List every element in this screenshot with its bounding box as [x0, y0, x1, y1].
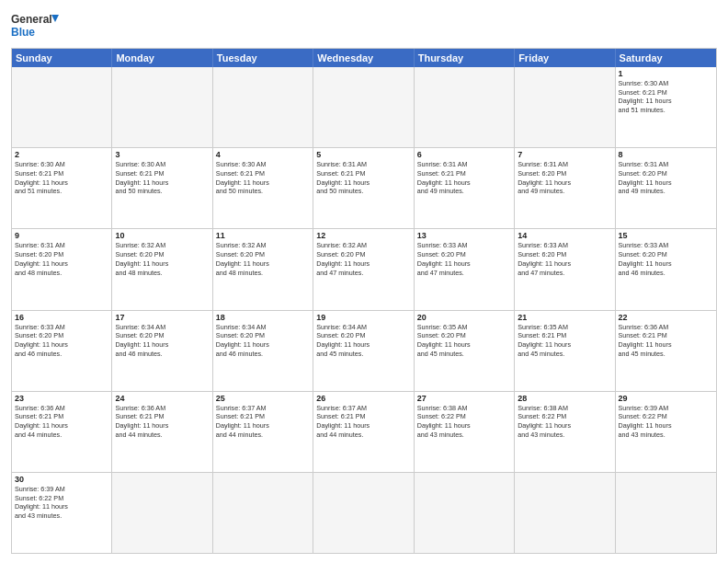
calendar-body: 1Sunrise: 6:30 AM Sunset: 6:21 PM Daylig…: [12, 67, 716, 553]
day-number: 7: [518, 150, 611, 159]
cal-week-4: 23Sunrise: 6:36 AM Sunset: 6:21 PM Dayli…: [12, 391, 716, 472]
cal-cell-day-4: 4Sunrise: 6:30 AM Sunset: 6:21 PM Daylig…: [213, 148, 313, 228]
cal-cell-day-28: 28Sunrise: 6:38 AM Sunset: 6:22 PM Dayli…: [515, 392, 615, 472]
cal-header-day-thursday: Thursday: [415, 49, 515, 67]
cell-info: Sunrise: 6:33 AM Sunset: 6:20 PM Dayligh…: [518, 241, 611, 277]
cell-info: Sunrise: 6:36 AM Sunset: 6:21 PM Dayligh…: [619, 323, 713, 359]
cal-cell-day-18: 18Sunrise: 6:34 AM Sunset: 6:20 PM Dayli…: [213, 311, 313, 391]
day-number: 24: [115, 394, 209, 403]
cal-cell-day-25: 25Sunrise: 6:37 AM Sunset: 6:21 PM Dayli…: [213, 392, 313, 472]
cal-week-3: 16Sunrise: 6:33 AM Sunset: 6:20 PM Dayli…: [12, 310, 716, 391]
day-number: 12: [316, 231, 410, 240]
cell-info: Sunrise: 6:33 AM Sunset: 6:20 PM Dayligh…: [417, 241, 511, 277]
cal-cell-empty: [112, 473, 212, 553]
cal-cell-day-10: 10Sunrise: 6:32 AM Sunset: 6:20 PM Dayli…: [112, 229, 212, 309]
cal-cell-empty: [313, 473, 414, 553]
cell-info: Sunrise: 6:36 AM Sunset: 6:21 PM Dayligh…: [15, 404, 108, 440]
day-number: 15: [619, 231, 713, 240]
calendar-header: SundayMondayTuesdayWednesdayThursdayFrid…: [12, 49, 716, 67]
cal-header-day-friday: Friday: [515, 49, 615, 67]
day-number: 26: [316, 394, 410, 403]
day-number: 21: [518, 313, 611, 322]
cell-info: Sunrise: 6:31 AM Sunset: 6:20 PM Dayligh…: [15, 241, 108, 277]
cal-cell-day-22: 22Sunrise: 6:36 AM Sunset: 6:21 PM Dayli…: [616, 311, 716, 391]
day-number: 14: [518, 231, 611, 240]
day-number: 23: [15, 394, 108, 403]
cell-info: Sunrise: 6:30 AM Sunset: 6:21 PM Dayligh…: [216, 160, 310, 196]
day-number: 18: [216, 313, 310, 322]
cal-header-day-saturday: Saturday: [616, 49, 716, 67]
cal-cell-day-2: 2Sunrise: 6:30 AM Sunset: 6:21 PM Daylig…: [12, 148, 112, 228]
calendar: SundayMondayTuesdayWednesdayThursdayFrid…: [11, 48, 717, 554]
cal-week-1: 2Sunrise: 6:30 AM Sunset: 6:21 PM Daylig…: [12, 147, 716, 228]
day-number: 3: [115, 150, 209, 159]
cell-info: Sunrise: 6:30 AM Sunset: 6:21 PM Dayligh…: [115, 160, 209, 196]
day-number: 16: [15, 313, 108, 322]
svg-text:General: General: [11, 13, 52, 26]
cal-cell-day-9: 9Sunrise: 6:31 AM Sunset: 6:20 PM Daylig…: [12, 229, 112, 309]
cell-info: Sunrise: 6:32 AM Sunset: 6:20 PM Dayligh…: [115, 241, 209, 277]
cell-info: Sunrise: 6:34 AM Sunset: 6:20 PM Dayligh…: [115, 323, 209, 359]
day-number: 30: [15, 475, 108, 484]
cell-info: Sunrise: 6:38 AM Sunset: 6:22 PM Dayligh…: [518, 404, 611, 440]
cal-cell-day-23: 23Sunrise: 6:36 AM Sunset: 6:21 PM Dayli…: [12, 392, 112, 472]
day-number: 20: [417, 313, 511, 322]
cell-info: Sunrise: 6:31 AM Sunset: 6:21 PM Dayligh…: [417, 160, 511, 196]
cal-header-day-sunday: Sunday: [12, 49, 112, 67]
day-number: 27: [417, 394, 511, 403]
day-number: 10: [115, 231, 209, 240]
cal-header-day-monday: Monday: [112, 49, 212, 67]
cal-cell-empty: [515, 67, 615, 147]
cal-cell-day-19: 19Sunrise: 6:34 AM Sunset: 6:20 PM Dayli…: [313, 311, 414, 391]
day-number: 5: [316, 150, 410, 159]
cell-info: Sunrise: 6:37 AM Sunset: 6:21 PM Dayligh…: [316, 404, 410, 440]
cell-info: Sunrise: 6:34 AM Sunset: 6:20 PM Dayligh…: [216, 323, 310, 359]
cal-cell-day-1: 1Sunrise: 6:30 AM Sunset: 6:21 PM Daylig…: [616, 67, 716, 147]
cal-cell-empty: [415, 67, 515, 147]
cal-cell-day-14: 14Sunrise: 6:33 AM Sunset: 6:20 PM Dayli…: [515, 229, 615, 309]
day-number: 2: [15, 150, 108, 159]
page: General Blue SundayMondayTuesdayWednesda…: [0, 0, 728, 563]
cal-cell-day-27: 27Sunrise: 6:38 AM Sunset: 6:22 PM Dayli…: [415, 392, 515, 472]
day-number: 4: [216, 150, 310, 159]
day-number: 9: [15, 231, 108, 240]
day-number: 22: [619, 313, 713, 322]
logo-svg: General Blue: [11, 9, 59, 42]
cal-cell-day-29: 29Sunrise: 6:39 AM Sunset: 6:22 PM Dayli…: [616, 392, 716, 472]
cell-info: Sunrise: 6:32 AM Sunset: 6:20 PM Dayligh…: [216, 241, 310, 277]
day-number: 25: [216, 394, 310, 403]
cal-cell-day-16: 16Sunrise: 6:33 AM Sunset: 6:20 PM Dayli…: [12, 311, 112, 391]
cal-cell-day-5: 5Sunrise: 6:31 AM Sunset: 6:21 PM Daylig…: [313, 148, 414, 228]
day-number: 29: [619, 394, 713, 403]
svg-text:Blue: Blue: [11, 26, 35, 39]
cell-info: Sunrise: 6:32 AM Sunset: 6:20 PM Dayligh…: [316, 241, 410, 277]
cell-info: Sunrise: 6:39 AM Sunset: 6:22 PM Dayligh…: [15, 485, 108, 521]
cell-info: Sunrise: 6:36 AM Sunset: 6:21 PM Dayligh…: [115, 404, 209, 440]
cal-cell-empty: [112, 67, 212, 147]
cal-cell-day-21: 21Sunrise: 6:35 AM Sunset: 6:21 PM Dayli…: [515, 311, 615, 391]
day-number: 19: [316, 313, 410, 322]
cal-cell-day-3: 3Sunrise: 6:30 AM Sunset: 6:21 PM Daylig…: [112, 148, 212, 228]
cell-info: Sunrise: 6:34 AM Sunset: 6:20 PM Dayligh…: [316, 323, 410, 359]
cal-header-day-wednesday: Wednesday: [313, 49, 414, 67]
day-number: 8: [619, 150, 713, 159]
cal-cell-day-30: 30Sunrise: 6:39 AM Sunset: 6:22 PM Dayli…: [12, 473, 112, 553]
cell-info: Sunrise: 6:31 AM Sunset: 6:21 PM Dayligh…: [316, 160, 410, 196]
day-number: 1: [619, 69, 713, 78]
cal-cell-day-26: 26Sunrise: 6:37 AM Sunset: 6:21 PM Dayli…: [313, 392, 414, 472]
day-number: 11: [216, 231, 310, 240]
cal-cell-day-15: 15Sunrise: 6:33 AM Sunset: 6:20 PM Dayli…: [616, 229, 716, 309]
cell-info: Sunrise: 6:33 AM Sunset: 6:20 PM Dayligh…: [15, 323, 108, 359]
cell-info: Sunrise: 6:31 AM Sunset: 6:20 PM Dayligh…: [619, 160, 713, 196]
cell-info: Sunrise: 6:30 AM Sunset: 6:21 PM Dayligh…: [15, 160, 108, 196]
cal-cell-empty: [213, 473, 313, 553]
cal-cell-day-20: 20Sunrise: 6:35 AM Sunset: 6:20 PM Dayli…: [415, 311, 515, 391]
cell-info: Sunrise: 6:35 AM Sunset: 6:20 PM Dayligh…: [417, 323, 511, 359]
cal-cell-empty: [213, 67, 313, 147]
cell-info: Sunrise: 6:35 AM Sunset: 6:21 PM Dayligh…: [518, 323, 611, 359]
cal-cell-empty: [12, 67, 112, 147]
svg-marker-2: [51, 15, 59, 22]
cal-header-day-tuesday: Tuesday: [213, 49, 313, 67]
header: General Blue: [11, 9, 717, 42]
cal-cell-day-7: 7Sunrise: 6:31 AM Sunset: 6:20 PM Daylig…: [515, 148, 615, 228]
